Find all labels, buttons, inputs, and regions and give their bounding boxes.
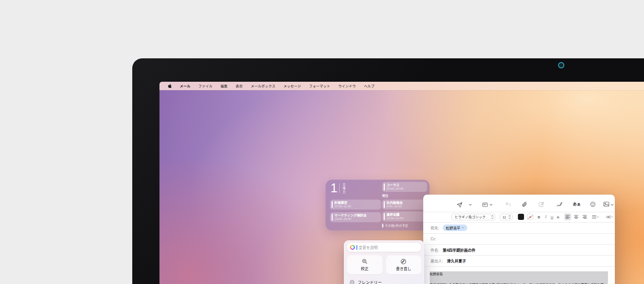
- font-family-select[interactable]: ヒラギノ角ゴシック: [452, 214, 495, 220]
- widget-date-divider: [339, 183, 340, 193]
- body-paragraph: 先日ご相談した新製品向け市場進出戦略の第4四半期計画について、改めてご連絡です。…: [430, 282, 608, 284]
- event-color-bar: [384, 183, 385, 190]
- apple-menu[interactable]: [168, 84, 172, 88]
- strikethrough-button[interactable]: S: [555, 213, 561, 220]
- align-left-button[interactable]: [564, 213, 571, 220]
- widget-tomorrow-label: 明日: [382, 193, 388, 198]
- body-greeting: 松野部長: [430, 271, 608, 277]
- widget-date: 1 月曜日: [330, 181, 346, 195]
- message-body[interactable]: 松野部長 先日ご相談した新製品向け市場進出戦略の第4四半期計画について、改めてご…: [430, 266, 608, 284]
- align-center-button[interactable]: [573, 213, 580, 220]
- event-title: コーラス: [386, 183, 404, 187]
- proofread-button[interactable]: 校正: [347, 255, 383, 274]
- menu-item-mailbox[interactable]: メールボックス: [251, 84, 275, 89]
- help-badge-icon[interactable]: [558, 62, 564, 68]
- selected-text-block: 松野部長 先日ご相談した新製品向け市場進出戦略の第4四半期計画について、改めてご…: [430, 271, 608, 284]
- event-study-session[interactable]: 社内勉強会 9:00–10:00: [382, 200, 427, 210]
- event-time: 10:30–11:00: [386, 216, 403, 220]
- text-style-button[interactable]: あぁ: [573, 201, 581, 207]
- send-options-chevron-icon[interactable]: [469, 204, 472, 206]
- rewrite-label: 書き直し: [396, 266, 411, 271]
- italic-button[interactable]: I: [543, 213, 549, 220]
- to-field[interactable]: 宛先: 松野浩平: [423, 222, 615, 233]
- send-icon[interactable]: [457, 202, 463, 208]
- event-time: 20:00–20:45: [386, 187, 404, 191]
- writing-tools-popover: 変更を説明 校正 書き直し フレンドリー プロフェッショナル: [344, 240, 424, 284]
- marketing-canvas: メール ファイル 編集 表示 メールボックス メッセージ フォーマット ウインド…: [0, 0, 644, 284]
- header-fields-icon[interactable]: [482, 202, 489, 208]
- menu-item-format[interactable]: フォーマット: [309, 84, 330, 89]
- to-label: 宛先:: [430, 225, 439, 231]
- text-color-swatch[interactable]: [518, 214, 524, 220]
- indent-button[interactable]: [605, 213, 614, 220]
- subject-value: 第4四半期計画の件: [443, 247, 476, 253]
- emoji-icon[interactable]: [590, 201, 596, 207]
- event-time: 10:30–11:30: [334, 205, 351, 208]
- widget-weekday: 月曜日: [342, 183, 346, 194]
- calendar-widget[interactable]: 1 月曜日 計画策定 10:30–11:30 マーケティング検討会 14:0: [325, 180, 430, 231]
- event-progress-meeting[interactable]: 進捗会議 10:30–11:00: [382, 211, 427, 221]
- underline-button[interactable]: U: [549, 213, 555, 220]
- smiley-icon: [350, 280, 355, 284]
- event-time: 9:00–10:00: [386, 205, 403, 208]
- event-marketing-review[interactable]: マーケティング検討会 14:00–15:30: [330, 212, 381, 222]
- cc-field[interactable]: Cc:: [423, 233, 615, 244]
- compose-icon: [539, 201, 544, 207]
- event-title: 計画策定: [334, 201, 351, 205]
- rewrite-button[interactable]: 書き直し: [386, 255, 422, 274]
- text-caret: [356, 245, 357, 250]
- menu-item-message[interactable]: メッセージ: [283, 84, 301, 89]
- photo-icon[interactable]: [603, 201, 610, 207]
- list-style-button[interactable]: [590, 213, 600, 220]
- event-title: 社内勉強会: [386, 201, 403, 205]
- header-fields-chevron-icon[interactable]: [490, 204, 493, 206]
- font-size-select[interactable]: 11: [500, 214, 513, 220]
- menu-item-help[interactable]: ヘルプ: [364, 84, 375, 89]
- font-family-value: ヒラギノ角ゴシック: [455, 215, 486, 220]
- event-title: マーケティング検討会: [334, 213, 366, 217]
- subject-label: 件名:: [430, 247, 439, 253]
- bold-button[interactable]: B: [536, 213, 542, 220]
- menu-item-view[interactable]: 表示: [236, 84, 243, 89]
- cc-label: Cc:: [430, 237, 436, 241]
- tone-friendly-item[interactable]: フレンドリー: [347, 279, 421, 284]
- stepper-icon: [508, 215, 511, 219]
- more-events-label: その他2件の予定: [385, 223, 408, 228]
- event-color-bar: [382, 224, 383, 228]
- format-bar: ヒラギノ角ゴシック 11 a B I U S: [423, 212, 615, 222]
- font-size-value: 11: [503, 215, 506, 219]
- recipient-chevron-icon: [462, 227, 464, 229]
- apple-logo-icon: [168, 84, 172, 88]
- from-field[interactable]: 差出人: 津久井夏子: [423, 255, 615, 266]
- event-time: 14:00–15:30: [334, 217, 366, 221]
- widget-date-number: 1: [330, 181, 337, 195]
- proofread-magnifier-icon: [362, 259, 368, 264]
- menu-item-edit[interactable]: 編集: [220, 84, 227, 89]
- describe-change-input[interactable]: 変更を説明: [347, 243, 421, 252]
- menu-item-app-mail[interactable]: メール: [180, 84, 191, 89]
- background-color-swatch[interactable]: a: [527, 214, 533, 220]
- attach-icon[interactable]: [522, 201, 527, 207]
- signature-icon[interactable]: [557, 202, 563, 207]
- photo-chevron-icon[interactable]: [611, 204, 614, 206]
- event-planning[interactable]: 計画策定 10:30–11:30: [330, 200, 381, 210]
- mail-compose-window: あぁ ヒラギノ角ゴシック 11: [423, 195, 615, 284]
- subject-field[interactable]: 件名: 第4四半期計画の件: [423, 244, 615, 255]
- menu-bar: メール ファイル 編集 表示 メールボックス メッセージ フォーマット ウインド…: [159, 82, 644, 90]
- from-label: 差出人:: [430, 258, 443, 264]
- from-value: 津久井夏子: [447, 258, 466, 264]
- align-right-button[interactable]: [581, 213, 588, 220]
- stepper-icon: [491, 215, 494, 219]
- widget-more-events[interactable]: その他2件の予定: [382, 223, 408, 228]
- event-chorus[interactable]: コーラス 20:00–20:45: [382, 182, 427, 192]
- event-color-bar: [332, 201, 333, 208]
- rewrite-pencil-circle-icon: [401, 259, 406, 264]
- recipient-token[interactable]: 松野浩平: [443, 225, 467, 231]
- desktop-screen: メール ファイル 編集 表示 メールボックス メッセージ フォーマット ウインド…: [159, 82, 644, 284]
- menu-item-window[interactable]: ウインドウ: [338, 84, 356, 89]
- proofread-label: 校正: [361, 266, 368, 271]
- event-color-bar: [384, 201, 385, 208]
- menu-item-file[interactable]: ファイル: [199, 84, 213, 89]
- text-style-label: あぁ: [573, 201, 581, 207]
- input-placeholder: 変更を説明: [359, 244, 378, 250]
